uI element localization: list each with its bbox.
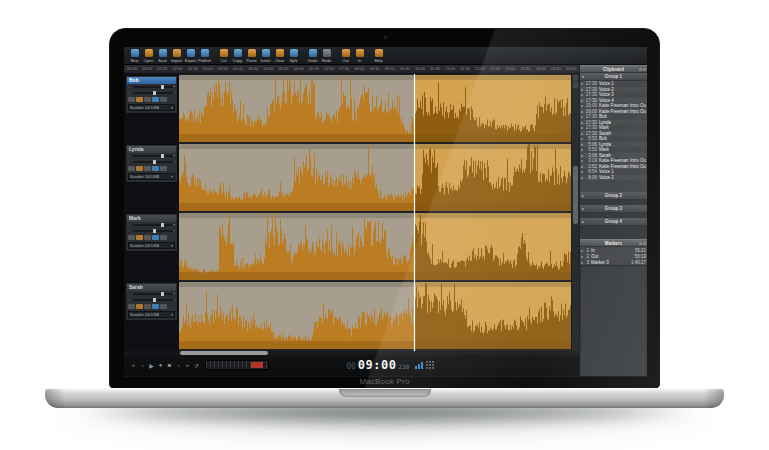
toolbar-button[interactable]: Import — [170, 49, 183, 63]
toolbar-button[interactable]: Out — [339, 49, 352, 63]
group-1-header[interactable]: ▾ Group 1 — [580, 73, 647, 81]
track-name-bar[interactable]: Bob — [127, 77, 176, 84]
volume-slider-track[interactable] — [133, 224, 173, 226]
fx-button[interactable] — [144, 304, 151, 309]
volume-knob[interactable] — [161, 223, 164, 227]
pan-slider-track[interactable] — [133, 230, 173, 232]
record-arm-button[interactable] — [152, 166, 159, 171]
pan-knob[interactable] — [153, 160, 156, 164]
vertical-scrollbar[interactable] — [571, 74, 579, 351]
markers-panel-header[interactable]: Markers — [580, 239, 647, 247]
solo-button[interactable] — [136, 235, 143, 240]
group-header[interactable]: ▸ Group 2 — [580, 192, 647, 200]
track-device-select[interactable]: Scarlett 2i4 USB ▾ — [128, 311, 175, 318]
record-arm-button[interactable] — [152, 235, 159, 240]
mute-button[interactable] — [128, 97, 135, 102]
monitor-button[interactable] — [160, 235, 167, 240]
track-header[interactable]: Sarah – ▪ ‹ — [124, 282, 179, 349]
track-name-bar[interactable]: Sarah — [127, 284, 176, 291]
volume-slider-track[interactable] — [133, 155, 173, 157]
mute-button[interactable] — [128, 235, 135, 240]
toolbar-button[interactable]: Redo — [320, 49, 333, 63]
volume-slider-track[interactable] — [133, 293, 173, 295]
pan-knob[interactable] — [153, 91, 156, 95]
volume-knob[interactable] — [161, 85, 164, 89]
toolbar-button[interactable]: Open — [142, 49, 155, 63]
toolbar-button[interactable]: Publish — [198, 49, 211, 63]
group-header[interactable]: ▸ Group 4 — [580, 218, 647, 226]
volume-knob[interactable] — [161, 154, 164, 158]
clipboard-item[interactable]: ▸ 16:00 Katie Freeman Intro Outro Darla — [580, 109, 647, 115]
pan-left-label: ‹ — [128, 228, 132, 233]
toolbar-button[interactable]: Clear — [273, 49, 286, 63]
pan-knob[interactable] — [153, 298, 156, 302]
horizontal-scrollbar[interactable] — [179, 351, 579, 355]
timeline-ruler[interactable]: 00:3001:0001:3002:0002:3003:0003:3004:00… — [124, 65, 579, 74]
group-header[interactable]: ▸ Group 3 — [580, 205, 647, 213]
track-name-bar[interactable]: Lynda — [127, 146, 176, 153]
toolbar-button[interactable]: Paste — [245, 49, 258, 63]
mute-button[interactable] — [128, 166, 135, 171]
solo-button[interactable] — [136, 166, 143, 171]
monitor-button[interactable] — [160, 304, 167, 309]
monitor-button[interactable] — [160, 97, 167, 102]
clipboard-item[interactable]: ▸ 2:52 Katie Freeman Intro Outro Darla — [580, 164, 647, 170]
transport-button[interactable]: ↺ — [192, 360, 201, 370]
toolbar-button[interactable]: Export — [184, 49, 197, 63]
playhead[interactable] — [414, 74, 415, 351]
pan-knob[interactable] — [153, 229, 156, 233]
record-arm-button[interactable] — [152, 97, 159, 102]
toolbar-button[interactable]: Split — [287, 49, 300, 63]
toolbar-button[interactable]: New — [128, 49, 141, 63]
horizontal-scroll-thumb[interactable] — [180, 351, 268, 355]
track-header[interactable]: Lynda – ▪ ‹ — [124, 144, 179, 211]
toolbar-button[interactable]: Save — [156, 49, 169, 63]
levels-icon[interactable] — [415, 361, 423, 369]
track-device-select[interactable]: Scarlett 2i4 USB ▾ — [128, 173, 175, 180]
transport-button[interactable]: ● — [156, 360, 165, 370]
toolbar-button[interactable]: Copy — [231, 49, 244, 63]
clipboard-panel-header[interactable]: Clipboard — [580, 65, 647, 73]
record-arm-button[interactable] — [152, 304, 159, 309]
fx-button[interactable] — [144, 166, 151, 171]
pan-slider-track[interactable] — [133, 299, 173, 301]
solo-button[interactable] — [136, 304, 143, 309]
volume-knob[interactable] — [161, 292, 164, 296]
pan-slider-track[interactable] — [133, 92, 173, 94]
toolbar-button[interactable]: Undo — [306, 49, 319, 63]
transport-button[interactable]: ‹ — [138, 360, 147, 370]
monitor-button[interactable] — [160, 166, 167, 171]
zoom-out-button[interactable] — [573, 82, 578, 88]
toolbar-button[interactable]: Help — [372, 49, 385, 63]
track-device-select[interactable]: Scarlett 2i4 USB ▾ — [128, 104, 175, 111]
toolbar-button[interactable]: In — [353, 49, 366, 63]
clipboard-item[interactable]: ▸ 15:00 Katie Freeman Intro Outro Nat — [580, 103, 647, 109]
volume-slider-track[interactable] — [133, 86, 173, 88]
timecode-display[interactable]: 00 09:00 230 — [346, 358, 436, 372]
panel-button[interactable] — [643, 68, 646, 71]
track-header[interactable]: Mark – ▪ ‹ — [124, 213, 179, 280]
pan-slider-track[interactable] — [133, 161, 173, 163]
fx-button[interactable] — [144, 235, 151, 240]
track-device-select[interactable]: Scarlett 2i4 USB ▾ — [128, 242, 175, 249]
panel-button[interactable] — [639, 68, 642, 71]
toolbar-button[interactable]: Cut — [217, 49, 230, 63]
transport-button[interactable]: « — [129, 360, 138, 370]
transport-button[interactable]: » — [183, 360, 192, 370]
vertical-scroll-thumb[interactable] — [573, 166, 578, 224]
track-name-bar[interactable]: Mark — [127, 215, 176, 222]
clipboard-item[interactable]: ▸ 3:19 Katie Freeman Intro Outro Darla — [580, 158, 647, 164]
zoom-in-button[interactable] — [573, 75, 578, 81]
transport-button[interactable]: ■ — [165, 360, 174, 370]
transport-button[interactable]: › — [174, 360, 183, 370]
panel-button[interactable] — [643, 242, 646, 245]
waveform-display[interactable] — [179, 74, 571, 351]
mute-button[interactable] — [128, 304, 135, 309]
transport-button[interactable]: ▶ — [147, 360, 156, 370]
keypad-icon[interactable] — [426, 361, 436, 369]
panel-button[interactable] — [639, 242, 642, 245]
solo-button[interactable] — [136, 97, 143, 102]
toolbar-button[interactable]: Insert — [259, 49, 272, 63]
track-header[interactable]: Bob – ▪ ‹ — [124, 75, 179, 142]
fx-button[interactable] — [144, 97, 151, 102]
